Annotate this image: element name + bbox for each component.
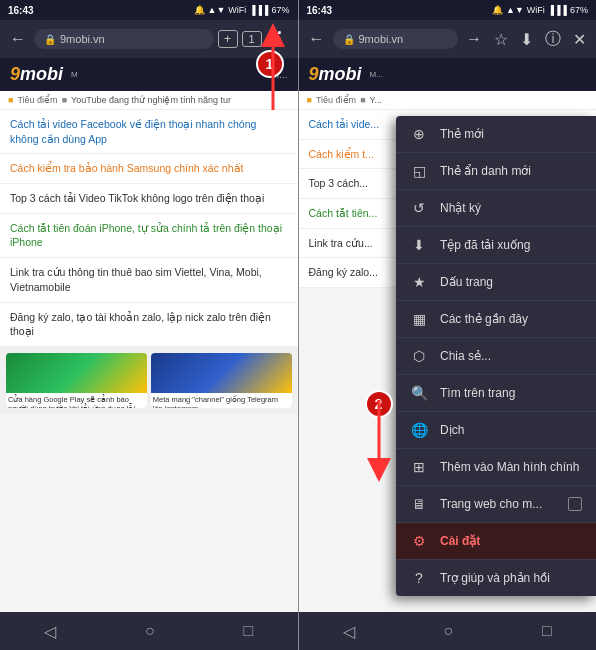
nav-recents-icon[interactable]: □ (243, 622, 253, 640)
menu-label-new-tab: Thẻ mới (440, 127, 582, 141)
nav-recents-icon-right[interactable]: □ (542, 622, 552, 640)
nav-home-icon-right[interactable]: ○ (444, 622, 454, 640)
help-icon: ? (410, 570, 428, 586)
time-left: 16:43 (8, 5, 34, 16)
thumb-img-1 (6, 353, 147, 393)
menu-label-recent-tabs: Các thẻ gần đây (440, 312, 582, 326)
close-icon-right[interactable]: ✕ (569, 28, 590, 51)
news-item-3: Top 3 cách tải Video TikTok không logo t… (0, 184, 298, 214)
tabs-count-icon[interactable]: 1 (242, 31, 262, 47)
left-phone-panel: 16:43 🔔 ▲▼ WiFi ▐▐▐ 67% ← 🔒 9mobi.vn + 1… (0, 0, 298, 650)
menu-item-incognito[interactable]: ◱ Thẻ ẩn danh mới (396, 153, 596, 190)
menu-label-translate: Dịch (440, 423, 582, 437)
context-menu: ⊕ Thẻ mới ◱ Thẻ ẩn danh mới ↺ Nhật ký ⬇ … (396, 116, 596, 596)
status-icons-right: 🔔 ▲▼ WiFi ▐▐▐ 67% (492, 5, 588, 15)
menu-item-add-home[interactable]: ⊞ Thêm vào Màn hình chính (396, 449, 596, 486)
recent-tabs-icon: ▦ (410, 311, 428, 327)
menu-label-share: Chia sẻ... (440, 349, 582, 363)
new-tab-icon[interactable]: + (218, 30, 238, 48)
logo-left: 9mobi (10, 64, 63, 85)
menu-label-history: Nhật ký (440, 201, 582, 215)
downloads-icon: ⬇ (410, 237, 428, 253)
status-bar-right: 16:43 🔔 ▲▼ WiFi ▐▐▐ 67% (299, 0, 597, 20)
forward-icon-right[interactable]: → (462, 28, 486, 50)
url-text-left: 9mobi.vn (60, 33, 105, 45)
menu-item-translate[interactable]: 🌐 Dịch (396, 412, 596, 449)
nav-back-icon-right[interactable]: ◁ (343, 622, 355, 641)
nav-home-icon[interactable]: ○ (145, 622, 155, 640)
download-icon-right[interactable]: ⬇ (516, 28, 537, 51)
menu-item-new-tab[interactable]: ⊕ Thẻ mới (396, 116, 596, 153)
nav-bar-right: ◁ ○ □ (299, 612, 597, 650)
menu-item-help[interactable]: ? Trợ giúp và phản hồi (396, 560, 596, 596)
right-phone-panel: 16:43 🔔 ▲▼ WiFi ▐▐▐ 67% ← 🔒 9mobi.vn → ☆… (299, 0, 597, 650)
more-menu-icon[interactable]: ⋮ (266, 26, 292, 52)
history-icon: ↺ (410, 200, 428, 216)
site-header-left: 9mobi M M... (0, 58, 298, 91)
url-text-right: 9mobi.vn (359, 33, 404, 45)
site-tagline-left: M (71, 70, 78, 79)
settings-icon: ⚙ (410, 533, 428, 549)
thumbnails-left: Cửa hàng Google Play sẽ cảnh báo người d… (0, 347, 298, 414)
menu-item-bookmarks[interactable]: ★ Dấu trang (396, 264, 596, 301)
menu-label-settings: Cài đặt (440, 534, 582, 548)
site-content-left: 9mobi M M... ■ Tiêu điểm ■ YouTube đang … (0, 58, 298, 612)
browser-bar-right: ← 🔒 9mobi.vn → ☆ ⬇ ⓘ ✕ (299, 20, 597, 58)
new-tab-menu-icon: ⊕ (410, 126, 428, 142)
nav-bar-left: ◁ ○ □ (0, 612, 298, 650)
back-icon[interactable]: ← (6, 28, 30, 50)
menu-label-downloads: Tệp đã tải xuống (440, 238, 582, 252)
status-bar-left: 16:43 🔔 ▲▼ WiFi ▐▐▐ 67% (0, 0, 298, 20)
logo-right: 9mobi (309, 64, 362, 85)
menu-label-bookmarks: Dấu trang (440, 275, 582, 289)
back-icon-right[interactable]: ← (305, 28, 329, 50)
time-right: 16:43 (307, 5, 333, 16)
nav-back-icon[interactable]: ◁ (44, 622, 56, 641)
thumb-caption-1: Cửa hàng Google Play sẽ cảnh báo người d… (6, 393, 147, 408)
site-tagline-right: M... (370, 70, 383, 79)
menu-item-desktop[interactable]: 🖥 Trang web cho m... (396, 486, 596, 523)
news-item-4: Cách tắt tiên đoán iPhone, tự sửa chính … (0, 214, 298, 258)
ticker-text-left: YouTube đang thử nghiệm tính năng tur (71, 95, 231, 105)
news-ticker-right: ■ Tiêu điểm ■ Y... (299, 91, 597, 110)
news-list-left: Cách tải video Facebook về điện thoại nh… (0, 110, 298, 347)
browser-bar-left: ← 🔒 9mobi.vn + 1 ⋮ (0, 20, 298, 58)
nav-label-left: Tiêu điểm (17, 95, 57, 105)
news-item-5: Link tra cứu thông tin thuê bao sim Viet… (0, 258, 298, 302)
desktop-icon: 🖥 (410, 496, 428, 512)
news-item-1: Cách tải video Facebook về điện thoại nh… (0, 110, 298, 154)
menu-label-find: Tìm trên trang (440, 386, 582, 400)
thumb-img-2 (151, 353, 292, 393)
desktop-checkbox[interactable] (568, 497, 582, 511)
site-header-right: 9mobi M... (299, 58, 597, 91)
bookmarks-icon: ★ (410, 274, 428, 290)
translate-icon: 🌐 (410, 422, 428, 438)
thumb-caption-2: Meta mang "channel" giống Telegram lên I… (151, 393, 292, 408)
menu-label-help: Trợ giúp và phản hồi (440, 571, 582, 585)
share-icon: ⬡ (410, 348, 428, 364)
menu-item-recent-tabs[interactable]: ▦ Các thẻ gần đây (396, 301, 596, 338)
add-home-icon: ⊞ (410, 459, 428, 475)
menu-item-settings[interactable]: ⚙ Cài đặt (396, 523, 596, 560)
ticker-text-right: Y... (370, 95, 382, 105)
step1-badge: 1 (256, 50, 284, 78)
thumb-2: Meta mang "channel" giống Telegram lên I… (151, 353, 292, 408)
find-icon: 🔍 (410, 385, 428, 401)
info-icon-right[interactable]: ⓘ (541, 27, 565, 52)
thumb-1: Cửa hàng Google Play sẽ cảnh báo người d… (6, 353, 147, 408)
menu-item-history[interactable]: ↺ Nhật ký (396, 190, 596, 227)
incognito-icon: ◱ (410, 163, 428, 179)
menu-item-find[interactable]: 🔍 Tìm trên trang (396, 375, 596, 412)
menu-item-share[interactable]: ⬡ Chia sẻ... (396, 338, 596, 375)
bookmark-icon-right[interactable]: ☆ (490, 28, 512, 51)
news-item-6: Đăng ký zalo, tạo tài khoản zalo, lập ni… (0, 303, 298, 347)
menu-label-incognito: Thẻ ẩn danh mới (440, 164, 582, 178)
menu-label-desktop: Trang web cho m... (440, 497, 556, 511)
menu-item-downloads[interactable]: ⬇ Tệp đã tải xuống (396, 227, 596, 264)
status-icons-left: 🔔 ▲▼ WiFi ▐▐▐ 67% (194, 5, 290, 15)
url-bar-right[interactable]: 🔒 9mobi.vn (333, 29, 459, 49)
news-ticker-left: ■ Tiêu điểm ■ YouTube đang thử nghiệm tí… (0, 91, 298, 110)
url-bar-left[interactable]: 🔒 9mobi.vn (34, 29, 214, 49)
step2-badge: 2 (365, 390, 393, 418)
news-item-2: Cách kiểm tra bảo hành Samsung chính xác… (0, 154, 298, 184)
